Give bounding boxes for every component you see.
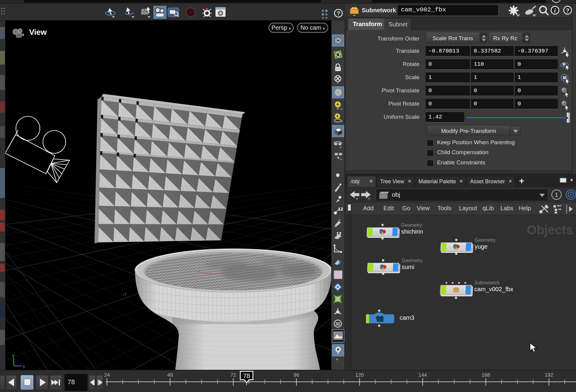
- svg-text:?: ?: [337, 10, 340, 16]
- svg-text:x: x: [23, 364, 25, 368]
- svg-text:?: ?: [566, 7, 569, 14]
- svg-text:12: 12: [338, 206, 343, 211]
- svg-text:i: i: [554, 7, 556, 14]
- svg-text:y: y: [12, 354, 14, 358]
- svg-text:12: 12: [336, 231, 341, 236]
